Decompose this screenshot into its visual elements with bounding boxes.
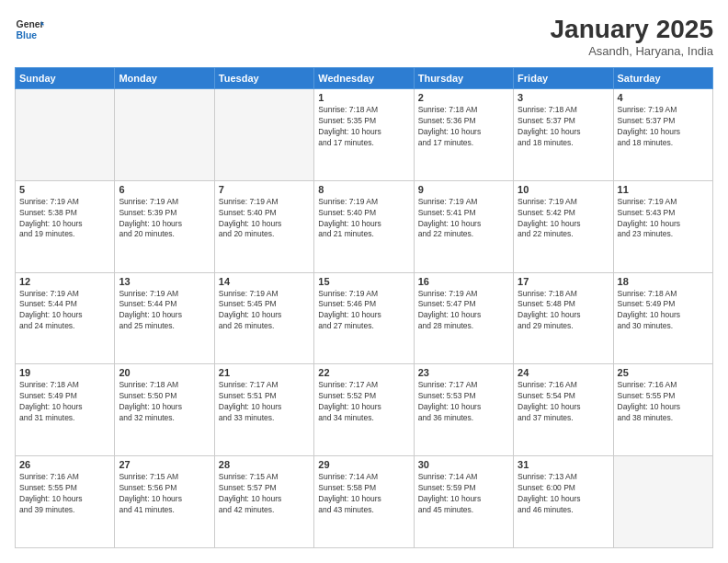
day-number: 12 xyxy=(19,276,110,287)
col-wednesday: Wednesday xyxy=(314,68,414,89)
day-info: Sunrise: 7:18 AM Sunset: 5:35 PM Dayligh… xyxy=(318,105,409,149)
day-number: 27 xyxy=(119,459,210,470)
col-sunday: Sunday xyxy=(16,68,115,89)
day-info: Sunrise: 7:15 AM Sunset: 5:56 PM Dayligh… xyxy=(119,472,210,516)
calendar-cell: 9Sunrise: 7:19 AM Sunset: 5:41 PM Daylig… xyxy=(414,180,513,272)
calendar-week-2: 5Sunrise: 7:19 AM Sunset: 5:38 PM Daylig… xyxy=(16,180,713,272)
day-number: 22 xyxy=(318,367,409,378)
day-number: 20 xyxy=(119,367,210,378)
day-number: 4 xyxy=(618,92,709,103)
logo-icon: General Blue xyxy=(15,15,44,44)
day-number: 16 xyxy=(418,276,509,287)
calendar-cell: 15Sunrise: 7:19 AM Sunset: 5:46 PM Dayli… xyxy=(314,272,414,364)
col-thursday: Thursday xyxy=(414,68,513,89)
calendar-cell: 3Sunrise: 7:18 AM Sunset: 5:37 PM Daylig… xyxy=(514,89,613,181)
day-info: Sunrise: 7:19 AM Sunset: 5:40 PM Dayligh… xyxy=(219,197,310,241)
day-info: Sunrise: 7:19 AM Sunset: 5:41 PM Dayligh… xyxy=(418,197,509,241)
day-info: Sunrise: 7:14 AM Sunset: 5:59 PM Dayligh… xyxy=(418,472,509,516)
day-number: 2 xyxy=(418,92,509,103)
day-info: Sunrise: 7:17 AM Sunset: 5:53 PM Dayligh… xyxy=(418,380,509,424)
day-info: Sunrise: 7:15 AM Sunset: 5:57 PM Dayligh… xyxy=(219,472,310,516)
calendar-cell: 24Sunrise: 7:16 AM Sunset: 5:54 PM Dayli… xyxy=(514,364,613,456)
day-number: 5 xyxy=(19,184,110,195)
day-number: 6 xyxy=(119,184,210,195)
day-info: Sunrise: 7:13 AM Sunset: 6:00 PM Dayligh… xyxy=(518,472,609,516)
day-number: 3 xyxy=(518,92,609,103)
day-info: Sunrise: 7:19 AM Sunset: 5:43 PM Dayligh… xyxy=(618,197,709,241)
day-info: Sunrise: 7:19 AM Sunset: 5:42 PM Dayligh… xyxy=(518,197,609,241)
calendar-cell: 5Sunrise: 7:19 AM Sunset: 5:38 PM Daylig… xyxy=(16,180,115,272)
day-number: 14 xyxy=(219,276,310,287)
day-number: 31 xyxy=(518,459,609,470)
calendar-table: Sunday Monday Tuesday Wednesday Thursday… xyxy=(15,67,713,548)
calendar-cell: 20Sunrise: 7:18 AM Sunset: 5:50 PM Dayli… xyxy=(115,364,214,456)
calendar-cell: 2Sunrise: 7:18 AM Sunset: 5:36 PM Daylig… xyxy=(414,89,513,181)
calendar-cell: 23Sunrise: 7:17 AM Sunset: 5:53 PM Dayli… xyxy=(414,364,513,456)
day-info: Sunrise: 7:18 AM Sunset: 5:48 PM Dayligh… xyxy=(518,289,609,333)
col-friday: Friday xyxy=(514,68,613,89)
calendar-cell: 11Sunrise: 7:19 AM Sunset: 5:43 PM Dayli… xyxy=(613,180,712,272)
location-subtitle: Asandh, Haryana, India xyxy=(551,44,713,58)
day-info: Sunrise: 7:17 AM Sunset: 5:52 PM Dayligh… xyxy=(318,380,409,424)
col-saturday: Saturday xyxy=(613,68,712,89)
calendar-cell: 30Sunrise: 7:14 AM Sunset: 5:59 PM Dayli… xyxy=(414,456,513,548)
day-info: Sunrise: 7:18 AM Sunset: 5:49 PM Dayligh… xyxy=(618,289,709,333)
calendar-cell: 1Sunrise: 7:18 AM Sunset: 5:35 PM Daylig… xyxy=(314,89,414,181)
day-number: 30 xyxy=(418,459,509,470)
day-info: Sunrise: 7:19 AM Sunset: 5:40 PM Dayligh… xyxy=(318,197,409,241)
calendar-cell: 27Sunrise: 7:15 AM Sunset: 5:56 PM Dayli… xyxy=(115,456,214,548)
calendar-week-4: 19Sunrise: 7:18 AM Sunset: 5:49 PM Dayli… xyxy=(16,364,713,456)
day-number: 15 xyxy=(318,276,409,287)
day-number: 8 xyxy=(318,184,409,195)
day-info: Sunrise: 7:19 AM Sunset: 5:39 PM Dayligh… xyxy=(119,197,210,241)
day-info: Sunrise: 7:19 AM Sunset: 5:44 PM Dayligh… xyxy=(119,289,210,333)
calendar-cell: 7Sunrise: 7:19 AM Sunset: 5:40 PM Daylig… xyxy=(214,180,313,272)
day-number: 19 xyxy=(19,367,110,378)
day-info: Sunrise: 7:19 AM Sunset: 5:47 PM Dayligh… xyxy=(418,289,509,333)
day-info: Sunrise: 7:16 AM Sunset: 5:55 PM Dayligh… xyxy=(618,380,709,424)
svg-text:General: General xyxy=(17,19,44,29)
day-number: 25 xyxy=(618,367,709,378)
col-tuesday: Tuesday xyxy=(214,68,313,89)
calendar-cell: 19Sunrise: 7:18 AM Sunset: 5:49 PM Dayli… xyxy=(16,364,115,456)
day-number: 7 xyxy=(219,184,310,195)
day-info: Sunrise: 7:19 AM Sunset: 5:37 PM Dayligh… xyxy=(618,105,709,149)
day-info: Sunrise: 7:18 AM Sunset: 5:50 PM Dayligh… xyxy=(119,380,210,424)
logo: General Blue xyxy=(15,15,44,44)
calendar-cell: 17Sunrise: 7:18 AM Sunset: 5:48 PM Dayli… xyxy=(514,272,613,364)
day-number: 9 xyxy=(418,184,509,195)
day-number: 17 xyxy=(518,276,609,287)
day-number: 26 xyxy=(19,459,110,470)
calendar-cell: 21Sunrise: 7:17 AM Sunset: 5:51 PM Dayli… xyxy=(214,364,313,456)
day-info: Sunrise: 7:16 AM Sunset: 5:55 PM Dayligh… xyxy=(19,472,110,516)
calendar-cell: 28Sunrise: 7:15 AM Sunset: 5:57 PM Dayli… xyxy=(214,456,313,548)
day-info: Sunrise: 7:17 AM Sunset: 5:51 PM Dayligh… xyxy=(219,380,310,424)
day-number: 13 xyxy=(119,276,210,287)
day-number: 28 xyxy=(219,459,310,470)
calendar-cell: 18Sunrise: 7:18 AM Sunset: 5:49 PM Dayli… xyxy=(613,272,712,364)
calendar-cell: 25Sunrise: 7:16 AM Sunset: 5:55 PM Dayli… xyxy=(613,364,712,456)
day-info: Sunrise: 7:18 AM Sunset: 5:49 PM Dayligh… xyxy=(19,380,110,424)
day-info: Sunrise: 7:18 AM Sunset: 5:36 PM Dayligh… xyxy=(418,105,509,149)
day-info: Sunrise: 7:18 AM Sunset: 5:37 PM Dayligh… xyxy=(518,105,609,149)
day-info: Sunrise: 7:19 AM Sunset: 5:44 PM Dayligh… xyxy=(19,289,110,333)
header-row: Sunday Monday Tuesday Wednesday Thursday… xyxy=(16,68,713,89)
day-number: 1 xyxy=(318,92,409,103)
day-info: Sunrise: 7:19 AM Sunset: 5:45 PM Dayligh… xyxy=(219,289,310,333)
day-number: 29 xyxy=(318,459,409,470)
header: General Blue January 2025 Asandh, Haryan… xyxy=(15,15,713,58)
calendar-cell xyxy=(613,456,712,548)
title-block: January 2025 Asandh, Haryana, India xyxy=(551,15,713,58)
calendar-week-3: 12Sunrise: 7:19 AM Sunset: 5:44 PM Dayli… xyxy=(16,272,713,364)
col-monday: Monday xyxy=(115,68,214,89)
calendar-cell: 26Sunrise: 7:16 AM Sunset: 5:55 PM Dayli… xyxy=(16,456,115,548)
month-title: January 2025 xyxy=(551,15,713,44)
day-number: 24 xyxy=(518,367,609,378)
svg-text:Blue: Blue xyxy=(17,30,38,40)
calendar-cell: 8Sunrise: 7:19 AM Sunset: 5:40 PM Daylig… xyxy=(314,180,414,272)
calendar-cell: 12Sunrise: 7:19 AM Sunset: 5:44 PM Dayli… xyxy=(16,272,115,364)
calendar-cell: 6Sunrise: 7:19 AM Sunset: 5:39 PM Daylig… xyxy=(115,180,214,272)
calendar-cell: 31Sunrise: 7:13 AM Sunset: 6:00 PM Dayli… xyxy=(514,456,613,548)
calendar-cell: 29Sunrise: 7:14 AM Sunset: 5:58 PM Dayli… xyxy=(314,456,414,548)
day-info: Sunrise: 7:14 AM Sunset: 5:58 PM Dayligh… xyxy=(318,472,409,516)
